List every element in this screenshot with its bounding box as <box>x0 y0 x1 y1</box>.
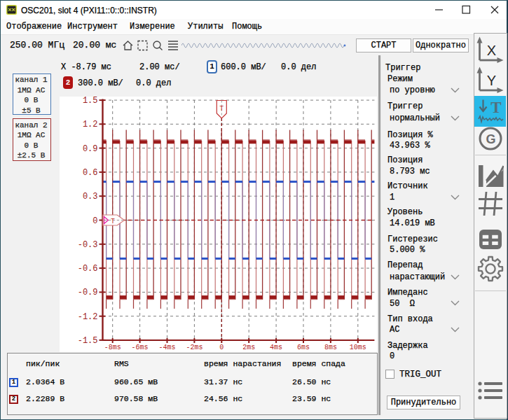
svg-text:0.9: 0.9 <box>83 144 98 154</box>
svg-text:T: T <box>111 218 115 225</box>
svg-text:T: T <box>490 99 501 116</box>
svg-text:-6ms: -6ms <box>132 344 149 351</box>
svg-text:-8ms: -8ms <box>104 344 121 351</box>
svg-text:X: X <box>487 43 496 58</box>
svg-text:-1.2: -1.2 <box>78 312 98 322</box>
svg-text:-2ms: -2ms <box>186 344 202 351</box>
svg-text:Y: Y <box>487 73 496 88</box>
svg-text:T: T <box>219 105 224 113</box>
svg-text:8ms: 8ms <box>324 344 337 351</box>
svg-text:6ms: 6ms <box>297 344 310 351</box>
svg-text:1.5: 1.5 <box>83 97 98 106</box>
svg-text:0.3: 0.3 <box>83 192 98 202</box>
svg-text:0: 0 <box>219 344 224 351</box>
svg-text:10ms: 10ms <box>350 344 366 351</box>
svg-text:-0.3: -0.3 <box>78 240 98 250</box>
svg-text:0: 0 <box>92 216 97 226</box>
svg-text:G: G <box>486 132 495 146</box>
svg-text:0.6: 0.6 <box>83 168 98 178</box>
svg-text:-4ms: -4ms <box>158 344 175 351</box>
svg-text:2ms: 2ms <box>242 344 255 351</box>
svg-text:1.2: 1.2 <box>83 120 98 130</box>
svg-text:-1.5: -1.5 <box>78 336 98 346</box>
svg-text:4ms: 4ms <box>270 344 282 351</box>
svg-text:-0.6: -0.6 <box>78 264 98 274</box>
svg-text:-0.9: -0.9 <box>78 288 98 298</box>
svg-text:××: ×× <box>8 6 15 13</box>
